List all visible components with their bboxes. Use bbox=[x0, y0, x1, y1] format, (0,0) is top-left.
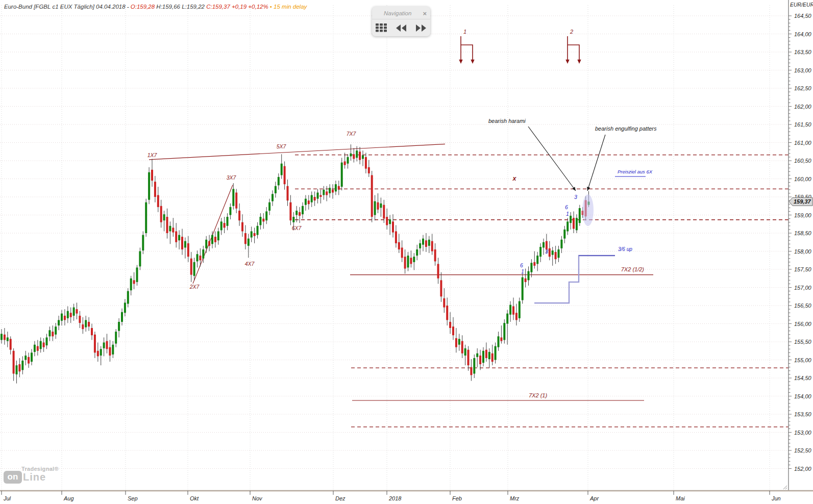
candle-down bbox=[157, 195, 159, 207]
candle-up bbox=[488, 352, 490, 359]
candle-down bbox=[549, 248, 551, 257]
price-tick-label: 162,50 bbox=[794, 85, 812, 91]
candle-up bbox=[563, 230, 565, 239]
candle-up bbox=[272, 194, 274, 201]
candle-down bbox=[13, 351, 15, 374]
count-label: 6 bbox=[520, 262, 523, 268]
candle-down bbox=[4, 335, 6, 340]
candle-down bbox=[437, 264, 439, 278]
swing-label: 4X7 bbox=[245, 261, 255, 267]
candle-up bbox=[67, 311, 69, 318]
price-tick-label: 159,00 bbox=[794, 212, 812, 218]
candle-down bbox=[79, 316, 81, 323]
candle-up bbox=[278, 177, 280, 185]
candle-up bbox=[539, 247, 541, 257]
candle-down bbox=[43, 342, 45, 347]
candle-down bbox=[525, 279, 527, 282]
price-tick-label: 155,50 bbox=[794, 339, 812, 345]
candle-up bbox=[482, 351, 484, 363]
candle-down bbox=[308, 200, 310, 204]
candle-down bbox=[365, 157, 367, 169]
price-tick-label: 158,50 bbox=[794, 230, 812, 236]
month-tick-label: 2018 bbox=[388, 495, 402, 501]
candlestick-chart: 7X2 (1/2)7X2 (1)3/6 up1X72X73X74X75X76X7… bbox=[0, 0, 813, 504]
candle-down bbox=[64, 316, 66, 320]
fast-forward-icon bbox=[415, 24, 427, 32]
price-tick-label: 154,00 bbox=[794, 393, 812, 399]
candle-up bbox=[335, 184, 337, 191]
price-tick-label: 164,00 bbox=[794, 31, 812, 37]
candle-up bbox=[428, 240, 430, 246]
close-icon[interactable]: × bbox=[420, 10, 427, 17]
candle-down bbox=[377, 203, 379, 210]
candle-up bbox=[121, 312, 123, 322]
price-tick-label: 161,50 bbox=[794, 121, 812, 128]
step-forward-button[interactable] bbox=[414, 23, 428, 33]
month-tick-label: Okt bbox=[190, 495, 199, 501]
navigation-panel-header[interactable]: Navigation × bbox=[372, 7, 430, 19]
candle-up bbox=[476, 354, 478, 357]
candle-up bbox=[413, 257, 415, 262]
grid-layout-button[interactable] bbox=[375, 22, 388, 33]
candle-up bbox=[184, 241, 186, 248]
candle-down bbox=[515, 313, 518, 320]
candle-down bbox=[446, 306, 448, 320]
candle-down bbox=[401, 247, 403, 258]
candle-up bbox=[356, 150, 358, 158]
candle-up bbox=[347, 157, 349, 164]
candle-down bbox=[491, 354, 494, 362]
candle-down bbox=[455, 338, 457, 347]
candle-up bbox=[205, 240, 207, 248]
candle-down bbox=[512, 306, 514, 314]
price-axis[interactable]: EUR/EUR164,50164,00163,50163,00162,50162… bbox=[789, 0, 813, 491]
candle-down bbox=[37, 346, 39, 351]
candle-up bbox=[193, 262, 195, 276]
swing-label: 5X7 bbox=[277, 143, 287, 149]
month-tick-label: Jun bbox=[771, 495, 781, 501]
candle-up bbox=[220, 221, 223, 230]
candle-down bbox=[500, 337, 502, 341]
level-label: 7X2 (1) bbox=[529, 392, 547, 398]
candle-down bbox=[467, 350, 470, 366]
candle-down bbox=[254, 233, 256, 236]
count-label: 1 bbox=[521, 268, 524, 274]
swing-label: 1X7 bbox=[147, 152, 158, 158]
candle-up bbox=[21, 361, 23, 370]
candle-up bbox=[7, 337, 9, 341]
candle-up bbox=[536, 256, 538, 264]
candle-up bbox=[196, 254, 199, 261]
logo-on-badge: on bbox=[4, 471, 22, 484]
count-label: 1 bbox=[566, 211, 569, 217]
chart-title-bar: Euro-Bund [FGBL c1 EUX Täglich] 04.04.20… bbox=[4, 4, 307, 10]
swing-label: 3X7 bbox=[227, 174, 237, 181]
candle-up bbox=[323, 190, 325, 195]
chart-plot-area[interactable] bbox=[0, 0, 789, 491]
candle-up bbox=[142, 235, 144, 251]
candle-down bbox=[82, 324, 84, 329]
candle-down bbox=[166, 217, 168, 233]
close-change-values: C:159,37 +0,19 +0,12% bbox=[206, 4, 270, 10]
candle-down bbox=[208, 241, 210, 246]
candle-down bbox=[470, 367, 472, 375]
candle-up bbox=[495, 346, 497, 360]
candle-up bbox=[530, 263, 532, 272]
candle-down bbox=[383, 205, 385, 219]
candle-up bbox=[31, 352, 33, 362]
candle-up bbox=[115, 332, 117, 343]
candle-up bbox=[389, 219, 391, 224]
price-tick-label: 163,00 bbox=[794, 67, 812, 73]
candle-up bbox=[145, 203, 147, 233]
month-tick-label: Dez bbox=[335, 495, 346, 501]
candle-up bbox=[506, 314, 508, 324]
candle-up bbox=[130, 279, 132, 290]
candle-down bbox=[425, 240, 427, 247]
candle-up bbox=[350, 154, 352, 157]
swing-label: 2X7 bbox=[189, 284, 200, 290]
candle-up bbox=[374, 201, 376, 215]
count-label: 3 bbox=[545, 248, 548, 255]
step-line-label: 3/6 up bbox=[618, 246, 632, 252]
candle-down bbox=[187, 243, 189, 257]
step-back-button[interactable] bbox=[394, 23, 408, 33]
candle-up bbox=[48, 330, 51, 336]
swing-label: 7X7 bbox=[347, 131, 357, 137]
